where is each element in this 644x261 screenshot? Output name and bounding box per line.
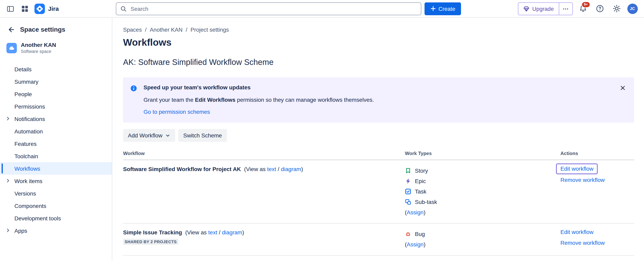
sidebar-item-features[interactable]: Features	[0, 137, 112, 150]
sidebar-item-label: Notifications	[14, 116, 45, 122]
work-type-label: Bug	[415, 231, 425, 237]
work-type-item: Epic	[405, 176, 560, 186]
remove-workflow-link[interactable]: Remove workflow	[560, 240, 605, 246]
add-workflow-label: Add Workflow	[128, 132, 162, 139]
create-label: Create	[438, 5, 455, 12]
column-header-actions: Actions	[560, 151, 634, 156]
search-input[interactable]	[130, 5, 417, 12]
breadcrumb-project-settings[interactable]: Project settings	[190, 26, 229, 33]
chevron-right-icon	[5, 116, 11, 123]
view-as-group: (View as text / diagram)	[185, 229, 244, 236]
banner-close-button[interactable]	[617, 82, 628, 93]
view-as-diagram-link[interactable]: diagram	[222, 229, 242, 236]
breadcrumb-separator: /	[145, 26, 146, 33]
info-icon	[130, 84, 137, 115]
permission-schemes-link[interactable]: Go to permission schemes	[144, 109, 210, 115]
main-content: Spaces/Another KAN/Project settings Work…	[112, 18, 644, 261]
breadcrumb-spaces[interactable]: Spaces	[123, 26, 142, 33]
work-type-item: Sub-task	[405, 197, 560, 207]
view-as-text-link[interactable]: text	[267, 166, 276, 172]
sidebar-item-apps[interactable]: Apps	[0, 224, 112, 237]
banner-title: Speed up your team's workflow updates	[144, 84, 374, 91]
shared-projects-badge: SHARED BY 2 PROJECTS	[123, 239, 178, 245]
gem-icon	[523, 5, 530, 12]
sidebar-item-summary[interactable]: Summary	[0, 75, 112, 88]
view-as-text: (View as	[244, 166, 267, 172]
banner-body-text: Grant your team the	[144, 97, 195, 103]
subtask-icon	[405, 199, 411, 205]
sidebar-item-work-items[interactable]: Work items	[0, 175, 112, 187]
create-button[interactable]: Create	[424, 2, 461, 15]
story-icon	[405, 167, 411, 174]
work-type-label: Epic	[415, 178, 426, 184]
sidebar-item-details[interactable]: Details	[0, 63, 112, 75]
breadcrumb-project[interactable]: Another KAN	[150, 26, 182, 33]
sidebar-item-people[interactable]: People	[0, 88, 112, 100]
sidebar-item-notifications[interactable]: Notifications	[0, 113, 112, 125]
work-type-label: Story	[415, 167, 428, 174]
task-icon	[405, 188, 411, 195]
upgrade-button[interactable]: Upgrade	[518, 2, 558, 15]
work-type-item: Story	[405, 165, 560, 176]
remove-workflow-link[interactable]: Remove workflow	[560, 177, 605, 183]
notification-badge: 9+	[582, 1, 590, 7]
view-as-text-link[interactable]: text	[208, 229, 217, 236]
chevron-right-icon	[5, 178, 11, 185]
sidebar-item-workflows[interactable]: Workflows	[0, 162, 112, 175]
top-bar: Jira Create	[0, 0, 644, 18]
breadcrumb-separator: /	[186, 26, 188, 33]
sidebar-item-toolchain[interactable]: Toolchain	[0, 150, 112, 162]
assign-line: (Assign)	[405, 207, 560, 218]
space-settings-sidebar: Space settings Another KAN Software spac…	[0, 18, 112, 261]
table-header-row: Workflow Work Types Actions	[123, 148, 634, 160]
project-avatar-cloud-icon	[6, 43, 17, 53]
work-type-label: Task	[415, 188, 426, 195]
view-as-diagram-link[interactable]: diagram	[281, 166, 301, 172]
app-switcher-icon[interactable]	[18, 2, 31, 15]
sidebar-title: Space settings	[20, 26, 65, 33]
assign-link[interactable]: Assign	[407, 209, 424, 216]
column-header-workflow: Workflow	[123, 151, 405, 156]
workflows-table: Workflow Work Types Actions Software Sim…	[123, 148, 634, 256]
sidebar-item-development-tools[interactable]: Development tools	[0, 212, 112, 224]
search-icon	[120, 5, 126, 12]
work-type-item: Bug	[405, 229, 560, 239]
user-avatar[interactable]: JC	[627, 3, 638, 14]
project-header: Another KAN Software space	[0, 38, 112, 56]
breadcrumb: Spaces/Another KAN/Project settings	[123, 26, 634, 33]
view-as-group: (View as text / diagram)	[244, 166, 303, 172]
assign-line: (Assign)	[405, 239, 560, 250]
edit-workflow-link[interactable]: Edit workflow	[560, 165, 594, 172]
work-types-cell: Story Epic Task Sub-task	[405, 165, 560, 218]
edit-workflow-highlight-ring: Edit workflow	[556, 163, 598, 174]
switch-scheme-button[interactable]: Switch Scheme	[178, 129, 227, 142]
sidebar-item-components[interactable]: Components	[0, 200, 112, 212]
shell: Space settings Another KAN Software spac…	[0, 18, 644, 261]
edit-workflow-link[interactable]: Edit workflow	[560, 229, 594, 235]
epic-icon	[405, 178, 411, 184]
table-row: Simple Issue Tracking(View as text / dia…	[123, 224, 634, 256]
paren: (	[405, 241, 407, 248]
workflow-cell: Software Simplified Workflow for Project…	[123, 165, 405, 218]
more-options-button[interactable]: ⋯	[559, 2, 572, 15]
settings-gear-icon[interactable]	[610, 2, 623, 15]
work-type-label: Sub-task	[415, 199, 437, 205]
view-as-text: /	[276, 166, 281, 172]
search-box	[116, 2, 421, 15]
add-workflow-button[interactable]: Add Workflow	[123, 129, 175, 142]
sidebar-item-permissions[interactable]: Permissions	[0, 100, 112, 113]
back-arrow-icon[interactable]	[6, 25, 16, 34]
sidebar-item-versions[interactable]: Versions	[0, 187, 112, 200]
chevron-down-icon	[165, 133, 170, 138]
notifications-bell-icon[interactable]: 9+	[577, 2, 590, 15]
jira-logo[interactable]: Jira	[34, 3, 59, 14]
view-as-text: )	[301, 166, 303, 172]
paren: )	[424, 241, 425, 248]
assign-link[interactable]: Assign	[407, 241, 424, 248]
sidebar-toggle-icon[interactable]	[4, 2, 17, 15]
banner-body: Grant your team the Edit Workflows permi…	[144, 96, 374, 104]
help-icon[interactable]	[594, 2, 606, 15]
sidebar-item-automation[interactable]: Automation	[0, 125, 112, 137]
workflow-scheme-title: AK: Software Simplified Workflow Scheme	[123, 58, 634, 67]
paren: )	[424, 209, 425, 216]
